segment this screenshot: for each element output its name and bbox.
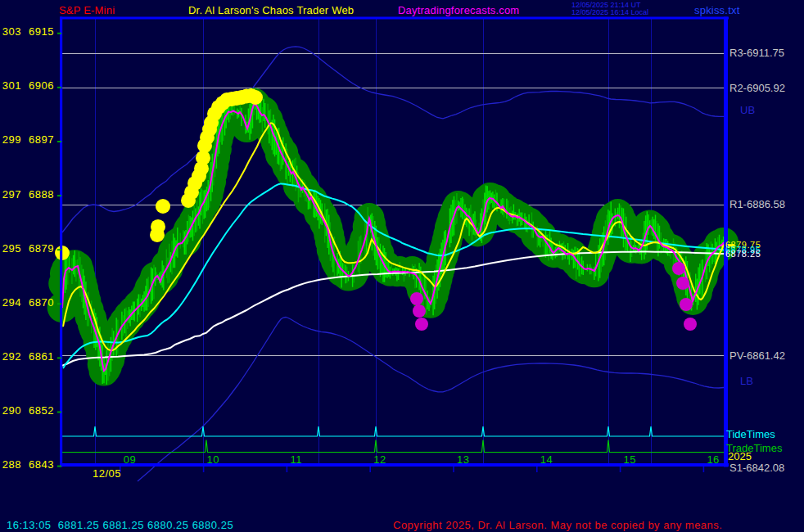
sell-signal-dot <box>680 298 693 311</box>
hour-label: 11 <box>290 454 302 465</box>
chaos-trader-chart-window: S&P E-Mini Dr. Al Larson's Chaos Trader … <box>0 0 804 532</box>
price-chart-canvas <box>0 0 804 532</box>
sell-signal-dot <box>676 277 689 290</box>
local-timestamp: 12/05/2025 16:14 Local <box>571 9 648 16</box>
tide-times-line <box>62 426 724 436</box>
price-axis-emini-label: 6897 <box>26 134 54 145</box>
price-axis-emini-label: 6870 <box>26 297 54 308</box>
hour-label: 14 <box>540 454 553 465</box>
last-price-label: 6878.25 <box>725 250 761 259</box>
price-axis-cash-label: 297 <box>0 189 21 200</box>
hour-label: 12 <box>373 454 386 465</box>
price-axis-cash-label: 295 <box>0 243 21 254</box>
buy-signal-dot <box>156 199 170 214</box>
date-label: 12/05 <box>93 468 121 479</box>
price-axis-emini-label: 6879 <box>26 243 54 254</box>
status-quote-ticker: 16:13:05 6881.25 6881.25 6880.25 6880.25 <box>7 520 233 530</box>
price-axis-cash-label: 294 <box>0 297 21 308</box>
price-axis-emini-label: 6843 <box>26 459 54 470</box>
sell-signal-dot <box>684 318 697 331</box>
sell-signal-dot <box>413 304 426 318</box>
pivot-label-R2: R2-6905.92 <box>729 83 785 93</box>
price-axis-cash-label: 290 <box>0 405 21 416</box>
hour-label: 15 <box>624 454 636 465</box>
tide-times-label: TideTimes <box>726 429 775 440</box>
year-label: 2025 <box>728 451 752 462</box>
data-file-name: spkiss.txt <box>694 5 739 16</box>
pivot-label-S1: S1-6842.08 <box>729 462 784 473</box>
trade-times-line <box>62 440 724 453</box>
hour-label: 09 <box>124 454 136 465</box>
hour-label: 13 <box>457 454 469 465</box>
buy-signal-dot <box>248 90 263 105</box>
price-axis-cash-label: 288 <box>0 459 21 470</box>
sell-signal-dot <box>410 292 423 305</box>
price-axis-emini-label: 6888 <box>26 189 54 200</box>
chart-symbol-label: S&P E-Mini <box>59 5 115 16</box>
copyright-notice: Copyright 2025, Dr. Al Larson. May not b… <box>393 520 722 530</box>
frame-left <box>60 17 62 467</box>
upper-band-label: UB <box>740 105 755 115</box>
hour-label: 10 <box>207 454 219 465</box>
price-axis-emini-label: 6852 <box>26 405 54 416</box>
price-axis-cash-label: 299 <box>0 134 21 145</box>
price-axis-emini-label: 6906 <box>26 80 54 91</box>
buy-signal-dot <box>151 219 165 234</box>
sell-signal-dot <box>415 318 428 331</box>
price-axis-cash-label: 292 <box>0 351 21 362</box>
pivot-label-R3: R3-6911.75 <box>729 47 784 58</box>
pivot-label-R1: R1-6886.58 <box>729 199 785 210</box>
page-title: Dr. Al Larson's Chaos Trader Web <box>188 5 354 16</box>
price-axis-emini-label: 6861 <box>26 351 54 362</box>
lower-band-label: LB <box>740 376 753 386</box>
tide-trade-timing-lines <box>62 426 724 453</box>
frame-top <box>60 17 729 20</box>
price-axis-emini-label: 6915 <box>26 26 54 37</box>
sell-signal-dot <box>672 262 685 275</box>
site-link[interactable]: Daytradingforecasts.com <box>398 5 519 16</box>
price-axis-cash-label: 301 <box>0 80 21 91</box>
price-axis-cash-label: 303 <box>0 26 21 37</box>
pivot-label-PV: PV-6861.42 <box>729 350 785 361</box>
hour-label: 16 <box>707 454 719 465</box>
